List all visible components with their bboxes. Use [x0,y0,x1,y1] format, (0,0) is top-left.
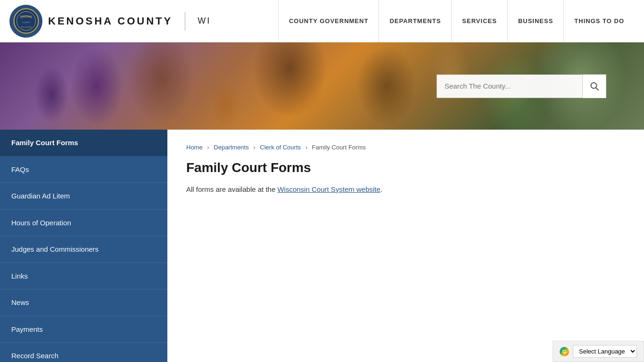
sidebar-item-judges-commissioners[interactable]: Judges and Commissioners [0,236,167,263]
wisconsin-court-system-link[interactable]: Wisconsin Court System website [277,185,380,193]
search-box [437,74,606,98]
breadcrumb-sep-3: › [305,144,307,151]
breadcrumb: Home › Departments › Clerk of Courts › F… [186,144,625,151]
breadcrumb-sep-2: › [253,144,255,151]
nav-things-to-do[interactable]: THINGS TO DO [563,0,635,42]
logo-wi: WI [198,16,211,26]
nav-county-government[interactable]: COUNTY GOVERNMENT [278,0,379,42]
nav-business[interactable]: BUSINESS [507,0,563,42]
content-area: Home › Departments › Clerk of Courts › F… [167,130,644,362]
translate-bar: G Select Language [553,341,644,362]
google-icon: G [560,347,569,356]
svg-text:WISCONSIN: WISCONSIN [20,26,31,28]
page-title: Family Court Forms [186,160,625,175]
logo-seal: KENOSHA COUNTY WISCONSIN [9,5,42,38]
breadcrumb-clerk-of-courts[interactable]: Clerk of Courts [260,144,301,151]
breadcrumb-departments[interactable]: Departments [214,144,248,151]
sidebar-item-payments[interactable]: Payments [0,316,167,343]
language-select[interactable]: Select Language [573,345,637,358]
sidebar-item-news[interactable]: News [0,289,167,316]
breadcrumb-home[interactable]: Home [186,144,203,151]
logo-name: KENOSHA COUNTY [48,15,173,27]
svg-text:COUNTY: COUNTY [22,21,30,24]
sidebar-item-hours-of-operation[interactable]: Hours of Operation [0,210,167,237]
svg-line-6 [596,88,598,90]
logo-area: KENOSHA COUNTY WISCONSIN KENOSHA COUNTY … [9,5,211,38]
sidebar-item-family-court-forms[interactable]: Family Court Forms [0,130,167,156]
content-body: All forms are available at the Wisconsin… [186,184,625,195]
breadcrumb-sep-1: › [207,144,209,151]
hero-banner [0,42,644,130]
search-button[interactable] [582,74,606,98]
sidebar-item-guardian-ad-litem[interactable]: Guardian Ad Litem [0,183,167,210]
breadcrumb-current: Family Court Forms [312,144,366,151]
content-body-suffix: . [380,185,382,193]
nav-departments[interactable]: DEPARTMENTS [379,0,451,42]
sidebar-item-links[interactable]: Links [0,263,167,290]
content-body-prefix: All forms are available at the [186,185,277,193]
header: KENOSHA COUNTY WISCONSIN KENOSHA COUNTY … [0,0,644,42]
search-input[interactable] [437,82,582,90]
sidebar-item-record-search[interactable]: Record Search [0,343,167,362]
sidebar-item-faqs[interactable]: FAQs [0,156,167,183]
logo-divider [185,12,185,31]
nav-services[interactable]: SERVICES [451,0,507,42]
sidebar: Family Court Forms FAQs Guardian Ad Lite… [0,130,167,362]
main-nav: COUNTY GOVERNMENT DEPARTMENTS SERVICES B… [211,0,635,42]
main-area: Family Court Forms FAQs Guardian Ad Lite… [0,130,644,362]
